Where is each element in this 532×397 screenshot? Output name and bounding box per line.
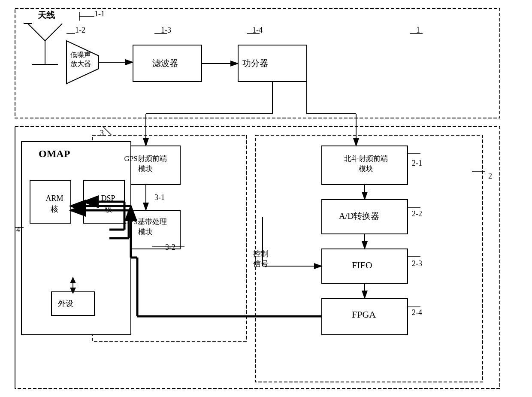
- gps-rf-label: GPS射频前端 模块: [111, 154, 180, 174]
- omap-label: OMAP: [39, 148, 70, 160]
- ref-2-4: 2-4: [412, 308, 422, 317]
- ref-1-4: 1-4: [252, 26, 263, 35]
- antenna-label: 天线: [38, 9, 55, 21]
- fifo-label: FIFO: [352, 260, 372, 271]
- dsp-label: DSP 核: [89, 193, 127, 215]
- ref-1-3: 1-3: [161, 26, 171, 35]
- power-divider-label: 功分器: [242, 58, 268, 69]
- diagram: 天线 1-1 1-2 1-3 1-4 1 低噪声 放大器 滤波器 功分器 GPS…: [0, 0, 532, 397]
- gps-baseband-label: GPS基带处理 模块: [111, 217, 180, 237]
- control-signal-label: 控制 信号: [253, 249, 269, 269]
- svg-line-59: [103, 127, 112, 135]
- ref-2-1: 2-1: [412, 159, 422, 168]
- beidou-rf-label: 北斗射频前端 模块: [324, 154, 408, 174]
- ref-2: 2: [488, 172, 492, 181]
- arm-label: ARM 核: [35, 193, 74, 215]
- lna-label: 低噪声 放大器: [68, 51, 94, 69]
- ref-2-2: 2-2: [412, 209, 422, 218]
- ref-2-3: 2-3: [412, 259, 422, 268]
- fpga-label: FPGA: [352, 309, 376, 320]
- ref-4: 4: [16, 225, 20, 234]
- ref-3: 3: [100, 129, 104, 138]
- svg-line-6: [28, 24, 45, 41]
- ref-3-2: 3-2: [165, 243, 175, 252]
- svg-marker-35: [70, 277, 76, 283]
- ref-3-1: 3-1: [154, 193, 165, 202]
- filter-label: 滤波器: [152, 58, 178, 69]
- peripheral-label: 外设: [58, 298, 73, 309]
- ref-1: 1: [416, 26, 420, 35]
- svg-marker-36: [70, 288, 76, 294]
- svg-line-7: [45, 24, 62, 41]
- adc-label: A/D转换器: [339, 210, 379, 222]
- ref-1-1: 1-1: [94, 9, 105, 18]
- ref-1-2: 1-2: [75, 26, 85, 35]
